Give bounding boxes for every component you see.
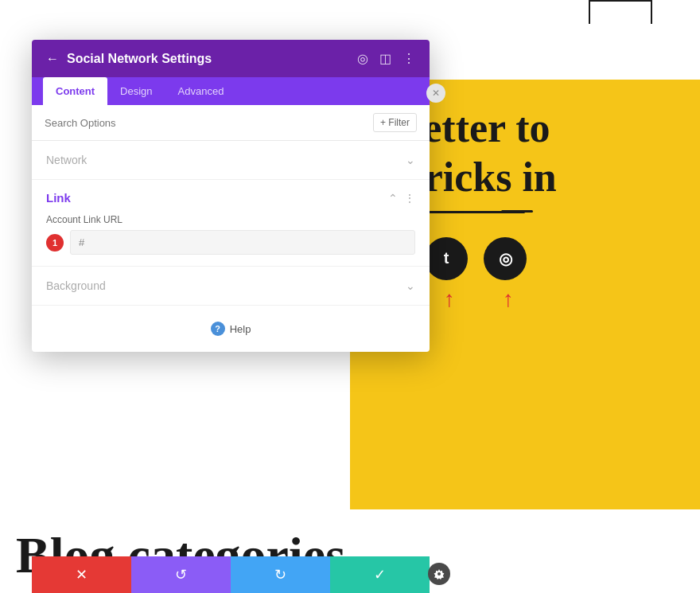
background-section-row[interactable]: Background ⌄ [32, 267, 430, 306]
back-icon[interactable]: ← [46, 52, 59, 66]
url-input-field[interactable] [70, 230, 415, 255]
top-decoration [589, 0, 652, 24]
link-section-header[interactable]: Link ⌃ ⋮ [32, 180, 430, 211]
network-chevron-icon: ⌄ [406, 154, 415, 166]
panel-tabs: Content Design Advanced [32, 77, 430, 105]
link-chevron-up-icon: ⌃ [388, 192, 398, 205]
panel-title: Social Network Settings [67, 52, 212, 66]
bottom-right-settings-icon[interactable] [428, 563, 450, 585]
settings-panel: ← Social Network Settings ◎ ◫ ⋮ Content … [32, 40, 430, 352]
columns-icon[interactable]: ◫ [379, 51, 391, 66]
close-button[interactable]: ✕ [426, 84, 445, 103]
panel-header-icons: ◎ ◫ ⋮ [357, 51, 415, 66]
background-chevron-icon: ⌄ [406, 279, 415, 292]
background-label: Background [46, 279, 106, 292]
redo-button[interactable]: ↻ [231, 556, 330, 593]
network-section-row[interactable]: Network ⌄ [32, 141, 430, 180]
search-row: + Filter [32, 105, 430, 141]
filter-button[interactable]: + Filter [373, 113, 417, 132]
instagram-icon: ◎ [484, 237, 527, 280]
url-input-row: 1 [32, 230, 430, 266]
account-url-label: Account Link URL [32, 211, 430, 230]
target-icon[interactable]: ◎ [357, 51, 368, 66]
bottom-bar: ✕ ↺ ↻ ✓ [32, 556, 430, 593]
arrow-up-3: ↑ [487, 287, 530, 312]
tab-advanced[interactable]: Advanced [165, 77, 237, 105]
save-button[interactable]: ✓ [330, 556, 430, 593]
arrow-up-2: ↑ [428, 287, 471, 312]
step-badge: 1 [46, 234, 64, 252]
search-input[interactable] [45, 117, 367, 129]
panel-header: ← Social Network Settings ◎ ◫ ⋮ [32, 40, 430, 77]
twitter-icon: t [425, 237, 468, 280]
link-header-icons: ⌃ ⋮ [388, 192, 415, 205]
link-more-icon: ⋮ [404, 192, 415, 205]
help-row[interactable]: ? Help [32, 306, 430, 352]
tab-content[interactable]: Content [43, 77, 107, 105]
help-icon: ? [211, 322, 225, 336]
svg-point-0 [438, 572, 441, 575]
help-text: Help [230, 323, 251, 335]
link-section: Link ⌃ ⋮ Account Link URL 1 [32, 180, 430, 267]
panel-header-left: ← Social Network Settings [46, 52, 212, 66]
more-icon[interactable]: ⋮ [402, 51, 415, 66]
cancel-button[interactable]: ✕ [32, 556, 131, 593]
undo-button[interactable]: ↺ [131, 556, 231, 593]
panel-content: + Filter Network ⌄ Link ⌃ ⋮ Account Link… [32, 105, 430, 352]
link-label: Link [46, 191, 71, 205]
tab-design[interactable]: Design [107, 77, 165, 105]
network-label: Network [46, 154, 87, 166]
